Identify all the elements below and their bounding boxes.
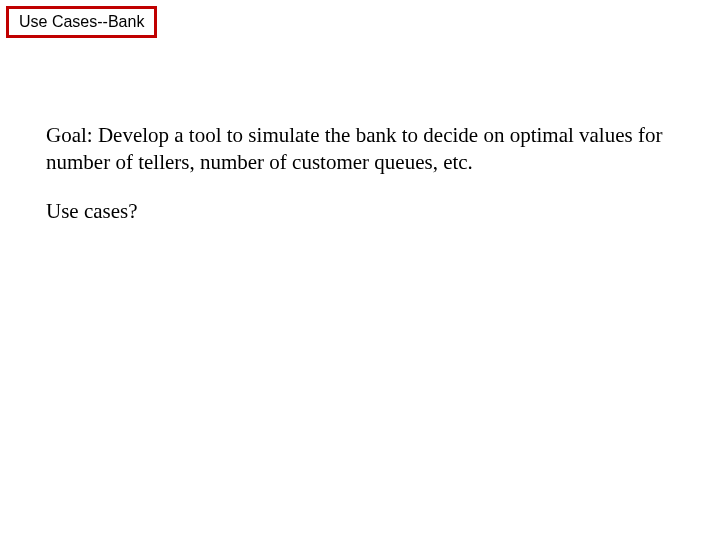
slide-title: Use Cases--Bank (19, 13, 144, 30)
slide-title-box: Use Cases--Bank (6, 6, 157, 38)
question-text: Use cases? (46, 199, 680, 224)
slide-content: Goal: Develop a tool to simulate the ban… (46, 122, 680, 224)
goal-text: Goal: Develop a tool to simulate the ban… (46, 122, 680, 177)
